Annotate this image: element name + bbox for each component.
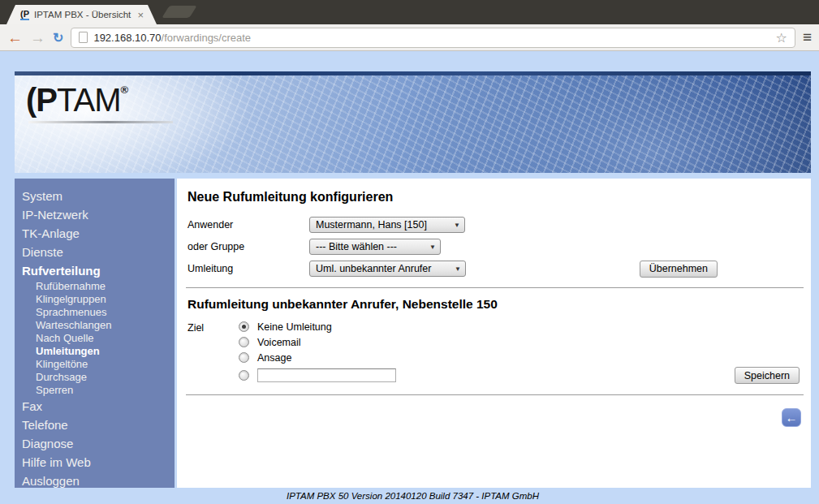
apply-button[interactable]: Übernehmen: [640, 261, 718, 278]
titlebar: (P IPTAM PBX - Übersicht Ru ×: [0, 0, 819, 24]
radio-ansage[interactable]: [239, 352, 249, 363]
sidebar-item-sperren[interactable]: Sperren: [15, 384, 175, 397]
section-divider: [186, 287, 804, 288]
logo-tam-text: TAM: [57, 82, 120, 118]
sidebar-item-dienste[interactable]: Dienste: [15, 243, 175, 261]
back-nav-button[interactable]: ←: [782, 408, 801, 427]
page-title: Neue Rufumleitung konfigurieren: [188, 190, 811, 205]
back-icon[interactable]: ←: [7, 30, 23, 45]
logo-underline: [28, 121, 173, 123]
sidebar-item-rufuebernahme[interactable]: Rufübernahme: [15, 280, 175, 293]
browser-toolbar: ← → ↻ 192.168.10.70/forwardings/create ☆…: [0, 24, 819, 51]
sidebar-item-system[interactable]: System: [15, 187, 175, 205]
radio-ansage-label: Ansage: [257, 352, 291, 364]
sidebar-item-telefone[interactable]: Telefone: [15, 416, 175, 434]
new-tab-button[interactable]: [162, 6, 196, 18]
main-content: Neue Rufumleitung konfigurieren Anwender…: [177, 179, 811, 488]
umleitung-select[interactable]: Uml. unbekannter Anrufer ▼: [309, 261, 466, 277]
anwender-label: Anwender: [188, 219, 309, 230]
radio-voicemail[interactable]: [239, 337, 249, 347]
sidebar-item-klingeltoene[interactable]: Klingeltöne: [15, 358, 175, 371]
sidebar-item-fax[interactable]: Fax: [15, 397, 175, 416]
save-button[interactable]: Speichern: [735, 367, 800, 384]
chevron-down-icon: ▼: [429, 243, 436, 251]
logo-ip-text: (P: [26, 82, 57, 118]
page-icon: [79, 32, 88, 43]
sidebar-item-umleitungen[interactable]: Umleitungen: [15, 345, 175, 358]
iptam-logo: (PTAM®: [26, 82, 127, 118]
bookmark-star-icon[interactable]: ☆: [776, 30, 787, 45]
sidebar-item-ausloggen[interactable]: Ausloggen: [15, 472, 175, 488]
forward-icon[interactable]: →: [30, 30, 45, 45]
section2-title: Rufumleitung unbekannter Anrufer, Nebens…: [188, 297, 811, 312]
header-banner: (PTAM®: [15, 71, 811, 173]
url-text[interactable]: 192.168.10.70/forwardings/create: [93, 32, 769, 44]
sidebar-nav: System IP-Netzwerk TK-Anlage Dienste Ruf…: [15, 179, 175, 488]
section-divider-2: [186, 394, 804, 395]
gruppe-label: oder Gruppe: [188, 241, 309, 252]
anwender-select-value: Mustermann, Hans [150]: [316, 219, 427, 230]
browser-tab[interactable]: (P IPTAM PBX - Übersicht Ru ×: [6, 5, 157, 24]
url-path: /forwardings/create: [162, 32, 252, 44]
tab-close-icon[interactable]: ×: [137, 10, 144, 20]
tab-title: IPTAM PBX - Übersicht Ru: [34, 10, 132, 19]
browser-window: (P IPTAM PBX - Übersicht Ru × ← → ↻ 192.…: [0, 0, 819, 504]
custom-target-input[interactable]: [257, 368, 396, 382]
chevron-down-icon: ▼: [455, 265, 461, 273]
favicon-icon: (P: [20, 10, 29, 20]
ziel-options: Keine Umleitung Voicemail Ansage: [239, 321, 811, 384]
radio-custom-target[interactable]: [239, 370, 249, 381]
umleitung-select-value: Uml. unbekannter Anrufer: [316, 263, 431, 274]
ziel-label: Ziel: [188, 321, 239, 334]
chevron-down-icon: ▼: [454, 222, 460, 229]
menu-icon[interactable]: ≡: [803, 28, 812, 46]
sidebar-item-klingelgruppen[interactable]: Klingelgruppen: [15, 293, 175, 306]
gruppe-select[interactable]: --- Bitte wählen --- ▼: [309, 239, 441, 255]
radio-voicemail-label: Voicemail: [257, 337, 301, 348]
anwender-select[interactable]: Mustermann, Hans [150] ▼: [309, 217, 465, 233]
footer-version-text: IPTAM PBX 50 Version 20140120 Build 7347…: [15, 488, 811, 503]
sidebar-item-tk-anlage[interactable]: TK-Anlage: [15, 224, 175, 243]
sidebar-item-warteschlangen[interactable]: Warteschlangen: [15, 319, 175, 332]
page-body: (PTAM® System IP-Netzwerk TK-Anlage Dien…: [0, 51, 819, 504]
sidebar-item-diagnose[interactable]: Diagnose: [15, 434, 175, 453]
sidebar-item-hilfe-im-web[interactable]: Hilfe im Web: [15, 453, 175, 472]
reload-icon[interactable]: ↻: [53, 30, 63, 45]
sidebar-item-sprachmenues[interactable]: Sprachmenues: [15, 306, 175, 319]
sidebar-item-ip-netzwerk[interactable]: IP-Netzwerk: [15, 205, 175, 224]
logo-registered-mark: ®: [120, 84, 127, 96]
sidebar-item-durchsage[interactable]: Durchsage: [15, 371, 175, 384]
sidebar-item-nach-quelle[interactable]: Nach Quelle: [15, 332, 175, 345]
sidebar-item-rufverteilung[interactable]: Rufverteilung: [15, 261, 175, 280]
radio-keine-umleitung[interactable]: [239, 321, 249, 332]
url-host: 192.168.10.70: [93, 32, 161, 44]
url-bar[interactable]: 192.168.10.70/forwardings/create ☆: [71, 28, 795, 48]
umleitung-label: Umleitung: [188, 263, 309, 274]
radio-keine-umleitung-label: Keine Umleitung: [257, 321, 332, 333]
gruppe-select-value: --- Bitte wählen ---: [316, 241, 397, 252]
